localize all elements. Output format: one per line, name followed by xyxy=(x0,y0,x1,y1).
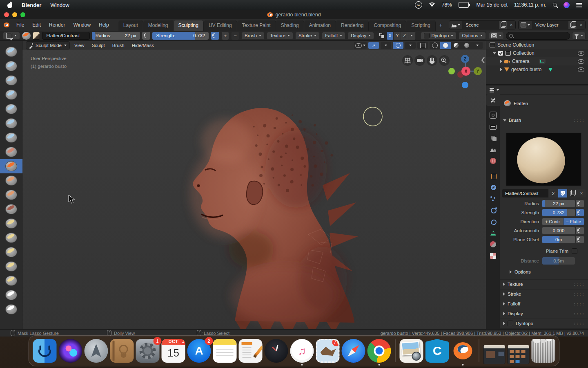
snap-toggle[interactable]: ↗ xyxy=(368,42,379,49)
dyntopo-checkbox[interactable] xyxy=(424,33,430,38)
minimize-window-button[interactable] xyxy=(12,12,17,17)
autosmooth-pressure-toggle[interactable] xyxy=(576,227,584,234)
zoom-window-button[interactable] xyxy=(20,12,25,17)
scene-name[interactable]: Scene xyxy=(462,22,498,27)
dock-minimized-window-files[interactable] xyxy=(508,345,530,364)
brush-grab[interactable] xyxy=(0,216,22,231)
properties-editor-icon[interactable] xyxy=(490,88,495,92)
unlink-scene-button[interactable]: × xyxy=(507,21,515,29)
tab-modeling[interactable]: Modeling xyxy=(143,20,174,31)
dock-cura[interactable]: C xyxy=(425,339,449,363)
tab-modifier-properties[interactable] xyxy=(486,181,500,193)
viewport-nav-buttons[interactable] xyxy=(402,55,450,66)
dock-app-store[interactable]: A2 xyxy=(187,339,211,363)
viewport-menu-view[interactable]: View xyxy=(71,42,87,49)
dock-calendar[interactable]: OCT151 xyxy=(162,339,185,363)
unlink-brush-button[interactable]: × xyxy=(577,189,586,197)
subpanel-options[interactable]: Options xyxy=(510,269,588,274)
outliner-display-mode[interactable] xyxy=(489,32,504,40)
direction-add-button[interactable]: + xyxy=(221,31,229,40)
menu-file[interactable]: File xyxy=(13,21,28,29)
brush-draw-sharp[interactable] xyxy=(0,59,22,73)
brush-inflate[interactable] xyxy=(0,116,22,130)
direction-contrast-button[interactable]: + Contr xyxy=(542,218,563,225)
dock-launchpad[interactable] xyxy=(85,339,108,363)
menu-window[interactable]: Window xyxy=(69,21,94,29)
panel-falloff[interactable]: Falloff:::: xyxy=(500,299,588,308)
axis-gizmo[interactable]: Z Y X xyxy=(448,55,482,88)
tab-object-properties[interactable] xyxy=(486,170,500,181)
strength-slider[interactable]: Strength: 0.732 xyxy=(152,32,209,40)
dock-pages[interactable] xyxy=(239,339,263,363)
dock-itunes[interactable]: ♫ xyxy=(290,339,314,363)
collection-checkbox[interactable] xyxy=(498,51,503,56)
brush-nudge[interactable] xyxy=(0,259,22,274)
add-workspace-button[interactable]: + xyxy=(436,20,446,31)
panel-dyntopo[interactable]: Dyntopo:::: xyxy=(500,319,588,328)
tab-compositing[interactable]: Compositing xyxy=(369,20,406,31)
outliner-row-scene-collection[interactable]: Scene Collection xyxy=(486,41,588,49)
viewport-menu-hide-mask[interactable]: Hide/Mask xyxy=(129,42,157,49)
brush-dropdown[interactable]: Brush xyxy=(241,32,265,40)
brush-preview-icon[interactable] xyxy=(22,32,31,40)
new-view-layer-button[interactable] xyxy=(568,21,577,29)
direction-flatten-button[interactable]: − Flatte xyxy=(564,218,584,225)
expand-icon[interactable] xyxy=(500,60,502,63)
tab-world-properties[interactable] xyxy=(486,155,500,166)
notification-center-icon[interactable] xyxy=(576,3,582,7)
radius-pressure-toggle[interactable] xyxy=(576,200,584,207)
panel-display[interactable]: Display:::: xyxy=(500,309,588,318)
dock-notes[interactable] xyxy=(213,339,237,363)
texture-dropdown[interactable]: Texture xyxy=(267,32,293,40)
wifi-icon[interactable] xyxy=(429,2,435,7)
hide-collection-eye-icon[interactable] xyxy=(578,51,584,56)
panel-brush-header[interactable]: Brush:::: xyxy=(500,116,588,125)
brush-clay-strips[interactable] xyxy=(0,88,22,102)
stroke-dropdown[interactable]: Stroke xyxy=(295,32,320,40)
radius-pressure-toggle[interactable] xyxy=(142,32,151,40)
strength-field[interactable]: 0.732 xyxy=(542,209,575,216)
new-scene-button[interactable] xyxy=(498,21,507,29)
plane-trim-checkbox[interactable] xyxy=(572,248,577,254)
dock-trash[interactable] xyxy=(532,339,555,363)
sidebar-collapse-arrow[interactable] xyxy=(482,57,484,63)
tab-scripting[interactable]: Scripting xyxy=(406,20,436,31)
strength-pressure-toggle[interactable] xyxy=(211,32,219,40)
brush-smooth[interactable] xyxy=(0,145,22,159)
brush-preview-image[interactable] xyxy=(506,133,582,186)
tab-material-properties[interactable] xyxy=(486,238,500,250)
distance-field[interactable]: 0.5m xyxy=(542,257,575,265)
brush-layer[interactable] xyxy=(0,102,22,116)
brush-pinch[interactable] xyxy=(0,202,22,216)
tab-rendering[interactable]: Rendering xyxy=(336,20,369,31)
view-layer-name[interactable]: View Layer xyxy=(532,22,568,27)
outliner-search-input[interactable] xyxy=(506,32,570,40)
brush-name-input[interactable]: Flatten/Contrast xyxy=(502,189,548,197)
dock-chrome[interactable] xyxy=(368,339,391,363)
outliner-row-collection[interactable]: Collection xyxy=(486,49,588,57)
spotlight-search-icon[interactable] xyxy=(553,3,557,7)
shading-rendered-button[interactable] xyxy=(461,42,472,49)
autosmooth-field[interactable]: 0.000 xyxy=(542,227,575,234)
tab-uv-editing[interactable]: UV Editing xyxy=(204,20,237,31)
apple-menu-icon[interactable] xyxy=(7,2,13,8)
close-window-button[interactable] xyxy=(4,12,9,17)
mode-selector[interactable]: Sculpt Mode xyxy=(26,41,70,49)
blender-logo-icon[interactable] xyxy=(4,22,9,27)
tab-physics-properties[interactable] xyxy=(486,204,500,215)
remove-view-layer-button[interactable]: × xyxy=(577,21,585,29)
brush-draw[interactable] xyxy=(0,45,22,59)
tab-shading[interactable]: Shading xyxy=(276,20,304,31)
creative-cloud-icon[interactable]: ∞ xyxy=(415,1,422,9)
outliner-filter-dropdown[interactable] xyxy=(572,32,586,40)
plane-offset-field[interactable]: 0m xyxy=(542,236,575,243)
dyntopo-panel-checkbox[interactable] xyxy=(508,321,513,326)
dock-finder[interactable] xyxy=(33,339,57,363)
dock-siri[interactable] xyxy=(59,339,82,363)
tab-scene-properties[interactable] xyxy=(486,144,500,155)
panel-texture[interactable]: Texture:::: xyxy=(500,279,588,289)
scene-selector[interactable]: Scene × xyxy=(449,20,516,29)
active-tool-selector[interactable] xyxy=(3,32,20,40)
shading-solid-button[interactable] xyxy=(440,42,451,49)
menu-edit[interactable]: Edit xyxy=(29,21,45,29)
